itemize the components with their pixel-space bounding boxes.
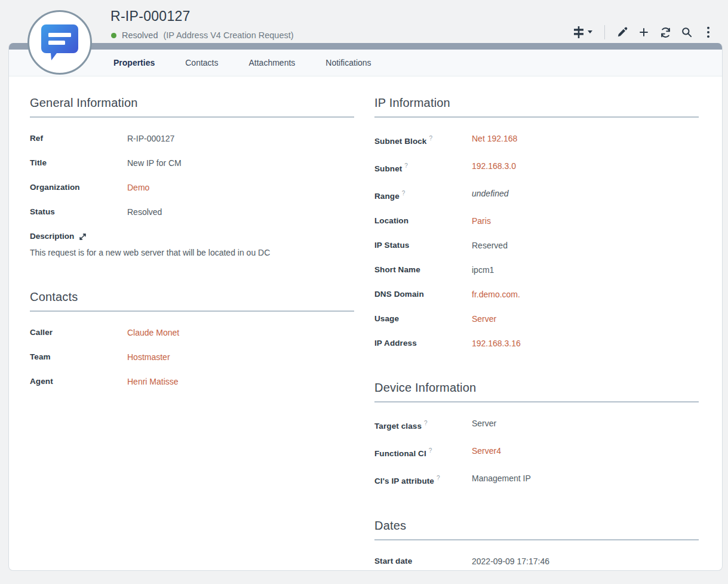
field-row-target-class: Target class? Server (374, 417, 699, 433)
toolbar-divider (604, 25, 605, 39)
field-label: Description (30, 230, 74, 243)
field-label: IP Address (374, 337, 472, 350)
field-value: 2022-09-09 17:17:46 (472, 555, 549, 568)
tab-contacts[interactable]: Contacts (185, 58, 218, 67)
field-value: Resolved (127, 205, 162, 219)
field-label: Caller (30, 326, 127, 339)
field-value: New IP for CM (127, 156, 182, 170)
field-row-ref: Ref R-IP-000127 (30, 132, 354, 145)
field-value: ipcm1 (472, 263, 494, 276)
field-row-dns-domain: DNS Domain fr.demo.com. (374, 288, 699, 301)
section-ip-information: IP Information Subnet Block? Net 192.168… (374, 96, 699, 350)
field-label: Team (30, 351, 127, 364)
tab-bar: Properties Contacts Attachments Notifica… (9, 50, 722, 76)
ip-address-link[interactable]: 192.168.3.16 (472, 339, 521, 348)
tab-attachments[interactable]: Attachments (249, 58, 296, 67)
status-class-text: (IP Address V4 Creation Request) (163, 30, 293, 40)
refresh-icon (659, 26, 672, 39)
help-mark-icon: ? (404, 162, 408, 169)
properties-content: General Information Ref R-IP-000127 Titl… (9, 76, 722, 571)
field-row-functional-ci: Functional CI? Server4 (374, 444, 699, 460)
field-row-agent: Agent Henri Matisse (30, 375, 354, 388)
field-value: Management IP (472, 472, 531, 488)
field-row-start-date: Start date 2022-09-09 17:17:46 (374, 555, 699, 568)
section-title: Dates (374, 519, 699, 540)
field-row-organization: Organization Demo (30, 181, 354, 194)
field-label: Start date (374, 555, 472, 568)
plus-icon (638, 26, 650, 38)
field-row-location: Location Paris (374, 214, 699, 228)
field-value: undefined (472, 187, 509, 203)
caller-link[interactable]: Claude Monet (127, 328, 179, 337)
subnet-block-link[interactable]: Net 192.168 (472, 134, 517, 143)
speech-bubble-icon (40, 23, 79, 62)
field-value: R-IP-000127 (127, 132, 174, 145)
page-title: R-IP-000127 (110, 8, 191, 24)
field-label: IP Status (374, 239, 472, 252)
tab-notifications[interactable]: Notifications (325, 58, 371, 67)
right-column: IP Information Subnet Block? Net 192.168… (374, 96, 699, 571)
section-title: IP Information (374, 96, 699, 118)
section-title: Device Information (374, 381, 699, 402)
field-value: Reserved (472, 239, 508, 252)
section-contacts: Contacts Caller Claude Monet Team Hostma… (30, 290, 354, 388)
refresh-button[interactable] (656, 24, 674, 41)
organization-link[interactable]: Demo (127, 183, 149, 192)
field-row-team: Team Hostmaster (30, 351, 354, 364)
card-top-bar (9, 43, 722, 50)
field-label: Functional CI (374, 449, 426, 458)
add-button[interactable] (635, 24, 653, 41)
field-row-ci-ip-attribute: CI's IP attribute? Management IP (374, 472, 699, 488)
team-link[interactable]: Hostmaster (127, 352, 170, 362)
dns-domain-link[interactable]: fr.demo.com. (472, 290, 520, 299)
field-label: Range (374, 192, 400, 201)
field-label: Subnet (374, 164, 402, 173)
functional-ci-link[interactable]: Server4 (472, 446, 501, 456)
more-actions-button[interactable] (699, 24, 717, 41)
field-value: Server (472, 417, 496, 433)
field-label: Title (30, 156, 127, 170)
section-device-information: Device Information Target class? Server … (374, 381, 699, 488)
field-label: Usage (374, 312, 472, 325)
expand-icon (79, 233, 87, 241)
field-row-description: Description (30, 230, 354, 243)
field-row-usage: Usage Server (374, 312, 699, 325)
usage-link[interactable]: Server (472, 314, 496, 324)
status-dot-icon (111, 33, 116, 38)
field-row-subnet-block: Subnet Block? Net 192.168 (374, 132, 699, 148)
field-label: CI's IP attribute (374, 477, 434, 485)
sliders-icon (572, 26, 594, 39)
field-label: Status (30, 205, 127, 219)
field-label: DNS Domain (374, 288, 472, 301)
field-row-short-name: Short Name ipcm1 (374, 263, 699, 276)
edit-button[interactable] (613, 24, 631, 41)
search-button[interactable] (678, 24, 696, 41)
tab-properties[interactable]: Properties (113, 58, 155, 67)
field-row-caller: Caller Claude Monet (30, 326, 354, 339)
left-column: General Information Ref R-IP-000127 Titl… (30, 96, 354, 571)
field-label: Organization (30, 181, 127, 194)
subnet-link[interactable]: 192.168.3.0 (472, 161, 516, 171)
help-mark-icon: ? (429, 135, 432, 142)
field-row-ip-status: IP Status Reserved (374, 239, 699, 252)
field-label: Agent (30, 375, 127, 388)
section-title: General Information (30, 96, 354, 118)
agent-link[interactable]: Henri Matisse (127, 377, 179, 386)
section-title: Contacts (30, 290, 354, 312)
help-mark-icon: ? (402, 190, 406, 196)
object-class-avatar (27, 10, 92, 75)
object-toolbar (570, 24, 717, 41)
pencil-icon (616, 26, 628, 38)
field-row-range: Range? undefined (374, 187, 699, 203)
field-row-title: Title New IP for CM (30, 156, 354, 170)
help-mark-icon: ? (424, 420, 428, 426)
field-row-subnet: Subnet? 192.168.3.0 (374, 159, 699, 176)
status-line: Resolved (IP Address V4 Creation Request… (111, 30, 294, 40)
field-row-status: Status Resolved (30, 205, 354, 219)
location-link[interactable]: Paris (472, 216, 491, 226)
expand-description-button[interactable] (79, 233, 87, 241)
search-icon (681, 26, 693, 38)
display-options-button[interactable] (570, 24, 596, 41)
help-mark-icon: ? (437, 475, 440, 481)
section-general-information: General Information Ref R-IP-000127 Titl… (30, 96, 354, 259)
